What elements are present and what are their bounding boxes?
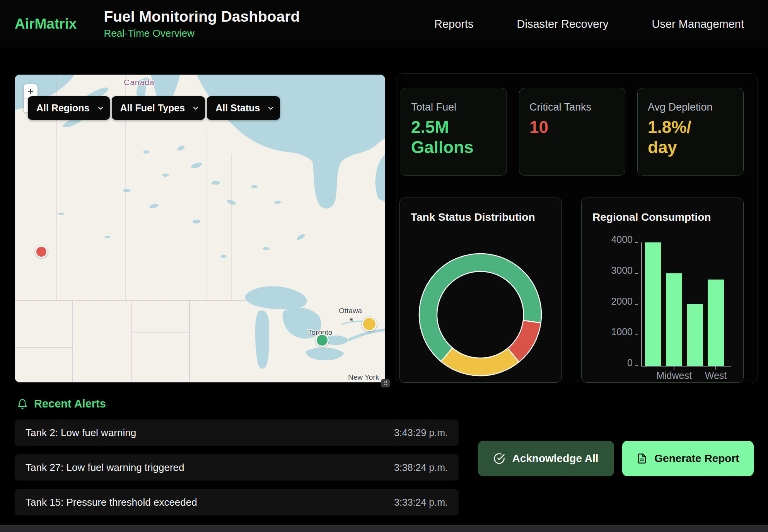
regional-consumption-bar-chart: MidwestWest [641,242,731,367]
bar-West [708,280,724,366]
chevron-down-icon [267,104,275,112]
recent-alerts-heading: Recent Alerts [17,397,106,410]
bar-chart-y-axis: 01000200030004000 [609,242,638,366]
fuel-type-filter-dropdown[interactable]: All Fuel Types [112,96,205,120]
stat-label: Avg Depletion [648,101,733,113]
tank-marker-critical[interactable] [35,246,48,258]
alert-message: Tank 2: Low fuel warning [26,427,136,439]
tank-status-donut-chart [415,249,546,380]
header: AirMatrix Fuel Monitoring Dashboard Real… [0,0,768,48]
stat-value-avg-depletion: 1.8%/ day [648,117,733,157]
report-file-icon [637,453,647,464]
bar-col-1 [645,242,661,366]
page-title: Fuel Monitoring Dashboard [104,9,300,25]
tank-status-distribution-card: Tank Status Distribution [399,198,562,383]
region-filter-dropdown[interactable]: All Regions [28,96,110,120]
overview-panel: Total Fuel 2.5M Gallons Critical Tanks 1… [396,73,758,383]
x-axis-label: West [705,370,727,381]
stat-card-avg-depletion: Avg Depletion 1.8%/ day [637,88,744,176]
bell-icon [17,398,28,410]
stat-label: Total Fuel [411,101,497,113]
fuel-type-filter-value: All Fuel Types [120,102,185,114]
y-axis-label: 0 [627,357,633,368]
fuel-monitoring-dashboard: AirMatrix Fuel Monitoring Dashboard Real… [0,0,768,532]
x-axis-label: Midwest [656,370,692,381]
map-panel[interactable]: Canada Ottawa ◉ Toronto New York + − All… [15,75,385,382]
page-subtitle: Real-Time Overview [104,27,300,39]
check-circle-icon [493,453,505,464]
y-axis-label: 4000 [611,234,633,245]
chart-title: Regional Consumption [592,211,743,223]
stat-label: Critical Tanks [529,101,615,113]
generate-report-label: Generate Report [654,452,739,465]
alert-timestamp: 3:38:24 p.m. [394,462,448,473]
y-axis-label: 3000 [611,265,633,276]
acknowledge-all-button[interactable]: Acknowledge All [478,441,614,476]
chevron-down-icon [192,104,200,112]
resize-grip-handle[interactable]: ⠿ [381,379,390,387]
stat-card-total-fuel: Total Fuel 2.5M Gallons [401,88,507,176]
alert-timestamp: 3:43:29 p.m. [394,427,448,438]
chevron-down-icon [97,104,104,112]
alert-message: Tank 15: Pressure threshold exceeded [26,496,197,508]
map-filters: All Regions All Fuel Types All Status [28,96,280,120]
y-axis-label: 1000 [611,326,633,338]
tank-marker-normal[interactable] [316,334,329,347]
status-filter-value: All Status [215,102,260,114]
y-axis-label: 2000 [611,296,633,307]
tank-marker-warning[interactable] [362,317,377,331]
generate-report-button[interactable]: Generate Report [622,441,754,476]
acknowledge-all-label: Acknowledge All [512,452,598,465]
recent-alerts-title: Recent Alerts [34,397,106,410]
map-label-new-york: New York [348,373,379,382]
stat-value-total-fuel: 2.5M Gallons [411,117,497,157]
map-label-canada: Canada [124,78,155,87]
bottom-bar [0,525,768,532]
title-block: Fuel Monitoring Dashboard Real-Time Over… [104,9,300,39]
bar-col-3 [687,304,703,366]
bar-Midwest [666,273,682,366]
brand-logo: AirMatrix [15,16,77,32]
stat-value-critical-tanks: 10 [529,117,615,137]
map-label-ottawa: Ottawa [339,307,362,315]
regional-consumption-card: Regional Consumption 01000200030004000 M… [581,198,744,383]
ottawa-city-dot: ◉ [350,317,353,321]
alert-timestamp: 3:33:24 p.m. [394,497,448,508]
region-filter-value: All Regions [36,102,90,114]
nav-item-user-management[interactable]: User Management [652,18,744,31]
chart-title: Tank Status Distribution [411,211,561,223]
main-nav: Reports Disaster Recovery User Managemen… [434,18,768,31]
nav-item-reports[interactable]: Reports [434,18,474,31]
alert-message: Tank 27: Low fuel warning triggered [26,462,184,474]
alert-row[interactable]: Tank 27: Low fuel warning triggered 3:38… [15,454,459,481]
donut-yellow-segment [441,348,519,376]
status-filter-dropdown[interactable]: All Status [207,96,280,120]
stat-card-critical-tanks: Critical Tanks 10 [519,88,625,176]
alert-row[interactable]: Tank 15: Pressure threshold exceeded 3:3… [15,489,459,515]
nav-item-disaster-recovery[interactable]: Disaster Recovery [517,18,609,31]
alert-row[interactable]: Tank 2: Low fuel warning 3:43:29 p.m. [15,419,459,446]
